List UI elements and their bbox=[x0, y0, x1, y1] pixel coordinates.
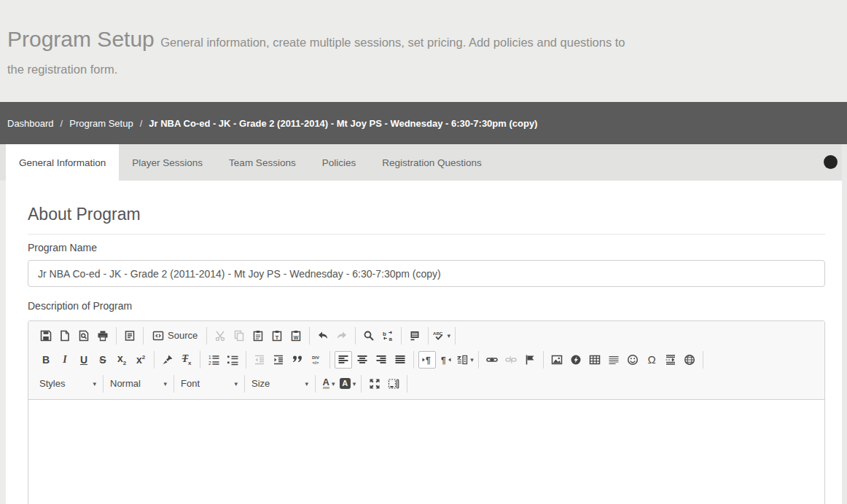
div-container-button[interactable]: DIV</> bbox=[308, 351, 325, 369]
bulleted-list-button[interactable] bbox=[224, 351, 241, 369]
breadcrumb-item[interactable]: Program Setup bbox=[69, 118, 133, 129]
superscript-button[interactable]: x2 bbox=[132, 351, 149, 369]
styles-combo[interactable]: Styles▾ bbox=[36, 375, 99, 393]
chevron-down-icon: ▾ bbox=[93, 380, 96, 387]
language-button[interactable]: ▾ bbox=[456, 351, 474, 369]
page-break-button[interactable] bbox=[662, 351, 679, 369]
copy-formatting-button[interactable] bbox=[159, 351, 176, 369]
toolbar-group: 12 bbox=[200, 351, 246, 369]
align-left-button[interactable] bbox=[335, 351, 352, 369]
circle-widget-button[interactable] bbox=[824, 155, 838, 169]
font-size-combo[interactable]: Size▾ bbox=[249, 375, 311, 393]
maximize-button[interactable] bbox=[366, 375, 383, 393]
remove-format-button[interactable]: Tx bbox=[178, 351, 195, 369]
subscript-button[interactable]: x2 bbox=[113, 351, 130, 369]
blockquote-button[interactable] bbox=[289, 351, 306, 369]
svg-text:DIV: DIV bbox=[312, 355, 319, 360]
paragraph-format-combo-label: Normal bbox=[110, 378, 161, 389]
scrollbar-track[interactable] bbox=[842, 144, 847, 504]
breadcrumb-item[interactable]: Dashboard bbox=[7, 118, 54, 129]
toolbar-group: Size▾ bbox=[245, 375, 316, 393]
new-page-button[interactable] bbox=[56, 327, 74, 344]
bg-color-button[interactable]: A▾ bbox=[339, 375, 356, 393]
font-combo[interactable]: Font▾ bbox=[178, 375, 241, 393]
underline-button[interactable]: U bbox=[75, 351, 93, 369]
find-button[interactable] bbox=[360, 327, 378, 344]
table-button[interactable] bbox=[586, 351, 604, 369]
iframe-button[interactable] bbox=[681, 351, 698, 369]
numbered-list-icon: 12 bbox=[208, 354, 219, 366]
svg-text:¶: ¶ bbox=[426, 355, 431, 365]
toolbar-group: ba bbox=[356, 327, 402, 344]
paste-text-button[interactable]: T bbox=[268, 327, 286, 344]
toolbar-group: Font▾ bbox=[174, 375, 245, 393]
special-char-button[interactable]: Ω bbox=[643, 351, 660, 369]
section-heading: About Program bbox=[28, 181, 825, 235]
redo-icon bbox=[336, 330, 348, 342]
print-button[interactable] bbox=[94, 327, 112, 344]
program-name-input[interactable] bbox=[28, 260, 825, 287]
text-color-button[interactable]: A▾ bbox=[320, 375, 337, 393]
source-icon bbox=[152, 330, 164, 342]
find-icon bbox=[363, 330, 375, 342]
indent-icon bbox=[273, 354, 284, 366]
flash-button[interactable] bbox=[567, 351, 585, 369]
bold-button[interactable]: B bbox=[37, 351, 55, 369]
source-button[interactable]: Source bbox=[148, 327, 202, 344]
underline-icon: U bbox=[80, 355, 87, 365]
paste-word-button[interactable]: W bbox=[287, 327, 305, 344]
tab-team-sessions[interactable]: Team Sessions bbox=[216, 144, 309, 181]
program-name-label: Program Name bbox=[28, 242, 825, 253]
paragraph-format-combo[interactable]: Normal▾ bbox=[107, 375, 170, 393]
tab-general-information[interactable]: General Information bbox=[6, 144, 119, 181]
horizontal-rule-button[interactable] bbox=[605, 351, 622, 369]
editor-content-area[interactable] bbox=[28, 400, 824, 504]
preview-button[interactable] bbox=[75, 327, 93, 344]
templates-button[interactable] bbox=[121, 327, 138, 344]
indent-button[interactable] bbox=[270, 351, 287, 369]
image-button[interactable] bbox=[548, 351, 566, 369]
toolbar-row-2: BIUSx2x2Tx12DIV</>¶¶▾Ω bbox=[33, 347, 820, 371]
print-icon bbox=[97, 330, 109, 342]
toolbar-group bbox=[330, 351, 414, 369]
strikethrough-button[interactable]: S bbox=[94, 351, 112, 369]
tab-registration-questions[interactable]: Registration Questions bbox=[369, 144, 495, 181]
svg-text:T: T bbox=[276, 334, 279, 340]
spell-check-button[interactable]: ABC▾ bbox=[433, 327, 450, 344]
align-justify-button[interactable] bbox=[391, 351, 409, 369]
save-button[interactable] bbox=[37, 327, 55, 344]
undo-button[interactable] bbox=[314, 327, 332, 344]
smiley-icon bbox=[627, 354, 639, 366]
bidi-ltr-button[interactable]: ¶ bbox=[418, 351, 436, 369]
cut-button[interactable] bbox=[211, 327, 229, 344]
bg-color-icon: A bbox=[340, 378, 351, 389]
paste-button[interactable] bbox=[249, 327, 267, 344]
outdent-button[interactable] bbox=[251, 351, 268, 369]
italic-button[interactable]: I bbox=[56, 351, 74, 369]
breadcrumb-separator: / bbox=[60, 118, 63, 129]
bidi-rtl-button[interactable]: ¶ bbox=[437, 351, 455, 369]
replace-button[interactable]: ba bbox=[379, 327, 397, 344]
anchor-button[interactable] bbox=[521, 351, 539, 369]
link-button[interactable] bbox=[483, 351, 501, 369]
align-right-button[interactable] bbox=[372, 351, 390, 369]
chevron-down-icon: ▾ bbox=[234, 380, 238, 387]
unlink-button[interactable] bbox=[502, 351, 520, 369]
align-center-button[interactable] bbox=[354, 351, 371, 369]
tabs-bar: General InformationPlayer SessionsTeam S… bbox=[0, 144, 847, 181]
svg-text:1: 1 bbox=[208, 355, 211, 360]
redo-button[interactable] bbox=[333, 327, 351, 344]
image-icon bbox=[551, 354, 563, 366]
tab-player-sessions[interactable]: Player Sessions bbox=[119, 144, 216, 181]
numbered-list-button[interactable]: 12 bbox=[205, 351, 222, 369]
svg-text:2: 2 bbox=[208, 361, 211, 366]
tab-policies[interactable]: Policies bbox=[309, 144, 370, 181]
paste-word-icon: W bbox=[290, 330, 302, 342]
show-blocks-button[interactable] bbox=[385, 375, 402, 393]
copy-button[interactable] bbox=[230, 327, 248, 344]
paste-icon bbox=[252, 330, 264, 342]
select-all-button[interactable] bbox=[406, 327, 424, 344]
outdent-icon bbox=[254, 354, 265, 366]
smiley-button[interactable] bbox=[624, 351, 641, 369]
toolbar-group: Source bbox=[144, 327, 207, 344]
